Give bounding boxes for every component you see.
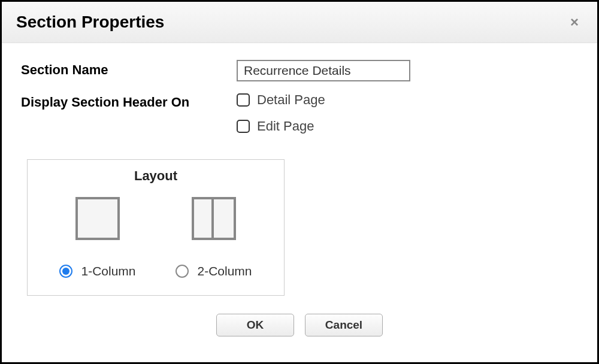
edit-page-checkbox[interactable]	[237, 120, 250, 133]
detail-page-label: Detail Page	[257, 92, 325, 108]
display-header-controls: Detail Page Edit Page	[237, 92, 578, 145]
layout-radios-row: 1-Column 2-Column	[40, 264, 272, 278]
close-icon[interactable]: ×	[566, 14, 583, 31]
section-name-control	[237, 60, 578, 81]
edit-page-row: Edit Page	[237, 119, 578, 134]
layout-icons-row	[40, 197, 272, 240]
cancel-button[interactable]: Cancel	[305, 314, 383, 336]
ok-button[interactable]: OK	[216, 314, 294, 336]
edit-page-label: Edit Page	[257, 119, 314, 134]
one-column-radio-group: 1-Column	[59, 264, 135, 278]
section-name-input[interactable]	[237, 60, 410, 81]
detail-page-row: Detail Page	[237, 92, 578, 108]
one-column-radio[interactable]	[59, 265, 72, 278]
display-header-row: Display Section Header On Detail Page Ed…	[21, 92, 578, 145]
one-column-icon[interactable]	[75, 197, 120, 240]
two-column-radio-label: 2-Column	[197, 264, 252, 278]
one-column-radio-inner	[62, 268, 69, 275]
section-name-row: Section Name	[21, 60, 578, 81]
form-area: Section Name Display Section Header On D…	[2, 43, 597, 344]
dialog-title: Section Properties	[16, 13, 164, 32]
dialog-header: Section Properties ×	[2, 2, 597, 43]
two-column-radio[interactable]	[176, 265, 189, 278]
section-name-label: Section Name	[21, 60, 237, 78]
display-header-label: Display Section Header On	[21, 92, 237, 110]
button-row: OK Cancel	[21, 314, 578, 336]
two-column-divider	[194, 199, 214, 238]
detail-page-checkbox[interactable]	[237, 93, 250, 107]
one-column-radio-label: 1-Column	[81, 264, 135, 278]
two-column-radio-group: 2-Column	[176, 264, 252, 278]
layout-panel: Layout 1-Column 2-Column	[27, 159, 285, 296]
layout-title: Layout	[40, 168, 272, 184]
two-column-icon[interactable]	[192, 197, 236, 240]
